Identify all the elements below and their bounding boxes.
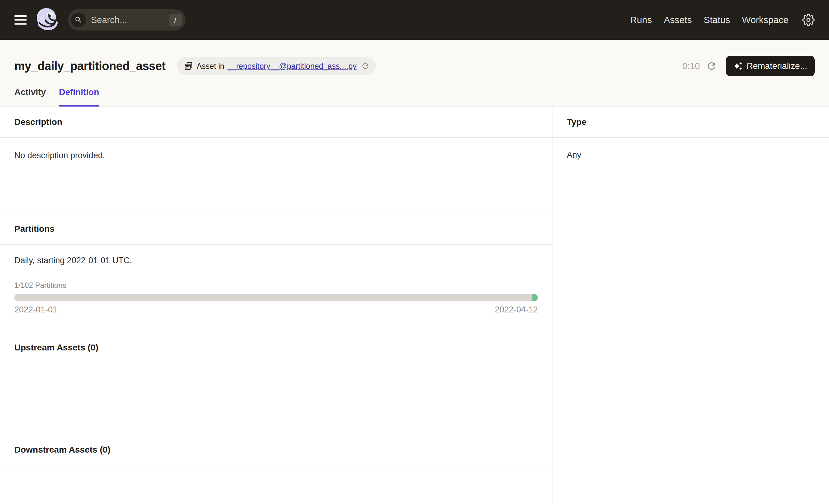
definition-content: Description No description provided. Par… (0, 107, 829, 504)
tab-activity[interactable]: Activity (14, 87, 46, 107)
upstream-assets-section-header: Upstream Assets (0) (0, 332, 552, 363)
title-row: my_daily_partitioned_asset (14, 53, 815, 79)
partition-schedule-text: Daily, starting 2022-01-01 UTC. (14, 256, 538, 265)
search-input[interactable]: Search... / (68, 9, 186, 31)
rematerialize-button[interactable]: Rematerialize... (726, 56, 815, 76)
settings-gear-icon[interactable] (802, 14, 815, 26)
partition-start-date: 2022-01-01 (14, 305, 57, 315)
partition-end-date: 2022-04-12 (495, 305, 538, 315)
partition-count-label: 1/102 Partitions (14, 281, 538, 290)
description-section-body: No description provided. (0, 138, 552, 213)
search-icon (71, 12, 86, 27)
repository-link[interactable]: __repository__@partitioned_ass....py (227, 62, 357, 71)
asset-tag-prefix: Asset in (196, 62, 224, 71)
tab-definition[interactable]: Definition (59, 87, 99, 107)
repository-icon (183, 61, 193, 71)
refresh-icon[interactable] (706, 61, 717, 72)
type-section-header: Type (552, 107, 829, 138)
nav-item-workspace[interactable]: Workspace (742, 15, 789, 25)
sparkle-icon (733, 61, 743, 71)
tab-bar: Activity Definition (14, 87, 815, 107)
app-root: Search... / Runs Assets Status Workspace… (0, 0, 829, 504)
nav-item-runs[interactable]: Runs (630, 15, 652, 25)
type-value: Any (567, 150, 815, 160)
search-placeholder: Search... (91, 15, 127, 25)
reload-repository-icon[interactable] (361, 62, 370, 70)
partition-progress-fill (532, 294, 538, 301)
downstream-assets-empty-body (0, 465, 552, 504)
partitions-section-header: Partitions (0, 213, 552, 245)
partitions-section-body: Daily, starting 2022-01-01 UTC. 1/102 Pa… (0, 245, 552, 332)
description-text: No description provided. (14, 151, 538, 160)
nav-item-assets[interactable]: Assets (663, 15, 692, 25)
hamburger-menu-button[interactable] (14, 15, 27, 25)
partition-health-bar[interactable] (14, 294, 538, 301)
asset-page-header: my_daily_partitioned_asset (0, 40, 829, 107)
search-shortcut-badge: / (169, 14, 182, 26)
type-section-body: Any (552, 138, 829, 173)
dagster-octopus-logo[interactable] (35, 6, 60, 33)
refresh-countdown: 0:10 (682, 61, 700, 71)
downstream-assets-section-header: Downstream Assets (0) (0, 434, 552, 465)
partition-date-range: 2022-01-01 2022-04-12 (14, 305, 538, 315)
page-title: my_daily_partitioned_asset (14, 60, 166, 73)
rematerialize-label: Rematerialize... (747, 61, 807, 71)
top-nav-links: Runs Assets Status Workspace (630, 15, 789, 25)
description-section-header: Description (0, 107, 552, 138)
left-column: Description No description provided. Par… (0, 107, 552, 504)
nav-item-status[interactable]: Status (704, 15, 730, 25)
hamburger-icon (14, 15, 27, 17)
upstream-assets-empty-body (0, 363, 552, 434)
top-nav-bar: Search... / Runs Assets Status Workspace (0, 0, 829, 40)
right-column: Type Any (552, 107, 829, 504)
asset-origin-tag: Asset in __repository__@partitioned_ass.… (177, 57, 375, 75)
